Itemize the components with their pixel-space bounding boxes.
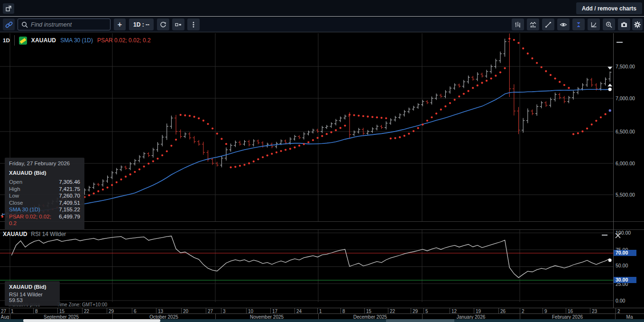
pattern-tool-button[interactable] — [572, 19, 585, 30]
rsi-axis-label: 50.00 — [616, 263, 628, 268]
add-instrument-button[interactable]: + — [114, 19, 126, 30]
search-icon — [21, 21, 28, 28]
high-marker — [607, 66, 612, 69]
price-chart[interactable] — [0, 33, 613, 221]
psar-tooltip-value: 6,499.79 — [59, 213, 80, 227]
timeframe-button[interactable]: 1D : -- — [129, 19, 154, 30]
refresh-icon — [159, 21, 167, 28]
instrument-search[interactable] — [18, 19, 110, 30]
pane-timeframe-label: 1D — [3, 38, 10, 43]
refresh-button[interactable] — [157, 19, 169, 30]
rsi-line — [11, 236, 610, 278]
high-value: 7,421.75 — [59, 186, 80, 193]
indicators-button[interactable] — [527, 19, 539, 30]
more-options-button[interactable] — [187, 19, 200, 30]
rsi-indicator-label[interactable]: RSI 14 Wilder — [31, 231, 66, 237]
date-tick-label: 23 — [592, 309, 597, 314]
trendline-tool-button[interactable] — [542, 19, 554, 30]
chart-header: 1D XAUAUD SMA 30 (1D) PSAR 0.02; 0.02; 0… — [3, 36, 151, 45]
open-value: 7,305.46 — [59, 179, 80, 186]
date-tick-label: 29 — [413, 309, 418, 314]
rsi-tooltip-value: RSI 14 Wilder 59.53 — [9, 292, 55, 303]
date-tick-label: 8 — [342, 309, 345, 314]
popout-button[interactable] — [3, 3, 14, 14]
rsi-pane-top-border — [0, 229, 644, 230]
sma-line — [2, 89, 610, 215]
date-tick-label: 26 — [500, 309, 506, 314]
date-tick-label: 13 — [158, 309, 163, 314]
pane-divider[interactable] — [0, 221, 644, 222]
rsi-level-badge: 70.00 — [614, 250, 636, 256]
trendline-icon — [544, 21, 552, 28]
rsi-tooltip-title: XAUAUD (Bid) — [9, 284, 55, 290]
date-tick-label: 2 — [617, 309, 620, 314]
ohlc-tooltip: Friday, 27 February 2026 XAUAUD (Bid) Op… — [5, 158, 84, 230]
gold-instrument-icon — [19, 37, 27, 45]
date-tick-label: 8 — [35, 309, 38, 314]
chart-type-icon — [514, 21, 522, 28]
date-tick-label: 2 — [522, 309, 524, 314]
timezone-label: Time Zone: GMT+10:00 — [57, 302, 107, 307]
date-tick-label: 27 — [1, 309, 6, 314]
date-tick-row: 2718152229613202731017241815222951219262… — [0, 308, 644, 314]
kebab-icon — [190, 21, 197, 28]
rsi-header: XAUAUD RSI 14 Wilder — [3, 231, 66, 237]
date-tick-label: 19 — [476, 309, 481, 314]
psar-tooltip-label: PSAR 0.02; 0.02; 0.2 — [9, 213, 59, 227]
rsi-chart[interactable] — [0, 229, 613, 302]
date-tick-label: 27 — [208, 309, 213, 314]
link-charts-button[interactable] — [3, 19, 15, 30]
instrument-label[interactable]: XAUAUD — [31, 37, 56, 44]
date-axis[interactable]: 2718152229613202731017241815222951219262… — [0, 308, 644, 319]
chart-footer: Indicative price Time Zone: GMT+10:00 — [0, 301, 644, 308]
rsi-axis-label: 100.00 — [616, 230, 631, 236]
rsi-level-badge: 30.00 — [614, 277, 636, 283]
rsi-symbol-label: XAUAUD — [3, 231, 27, 237]
main-pane-minimize-icon[interactable] — [616, 42, 623, 43]
tooltip-date: Friday, 27 February 2026 — [9, 161, 80, 166]
display-mode-button[interactable] — [172, 19, 184, 30]
price-axis-label: 5,500.00 — [616, 192, 635, 198]
search-input[interactable] — [31, 21, 102, 28]
date-tick-label: 16 — [568, 309, 573, 314]
high-label: High — [9, 186, 20, 193]
date-tick-label: 22 — [390, 309, 395, 314]
date-tick-label: 9 — [544, 309, 547, 314]
scrollbar-thumb[interactable] — [23, 319, 160, 322]
date-tick-label: 5 — [425, 309, 428, 314]
zoom-in-button[interactable] — [603, 19, 615, 30]
down-bars — [10, 34, 598, 215]
rsi-minimize-icon[interactable] — [602, 235, 607, 236]
link-icon — [5, 20, 13, 29]
date-tick-label: 17 — [272, 309, 277, 314]
scrollbar-range-marker — [386, 319, 454, 322]
trading-app: Add / remove charts + 1D : -- — [0, 0, 644, 322]
scale-button[interactable] — [588, 19, 600, 30]
close-value: 7,409.51 — [59, 199, 80, 207]
chart-toolbar: + 1D : -- — [0, 17, 644, 32]
date-tick-label: 15 — [366, 309, 371, 314]
price-axis-label: 6,000.00 — [616, 161, 635, 166]
add-remove-charts-button[interactable]: Add / remove charts — [576, 2, 642, 14]
sma-indicator-label[interactable]: SMA 30 (1D) — [60, 37, 93, 44]
display-mode-icon — [175, 21, 182, 28]
sma-tooltip-value: 7,155.22 — [59, 206, 80, 213]
price-axis-label: 7,000.00 — [616, 95, 635, 101]
psar-indicator-label[interactable]: PSAR 0.02; 0.02; 0.2 — [97, 37, 151, 44]
date-tick-label: 1 — [11, 309, 14, 314]
chart-type-button[interactable] — [512, 19, 524, 30]
date-tick-label: 29 — [109, 309, 114, 314]
tooltip-title: XAUAUD (Bid) — [9, 170, 80, 176]
date-tick-label: 10 — [248, 309, 253, 314]
eye-icon — [560, 21, 567, 28]
close-label: Close — [9, 199, 23, 207]
header-divider — [14, 35, 15, 46]
settings-button[interactable] — [632, 19, 643, 30]
date-tick-label: 12 — [451, 309, 457, 314]
visibility-button[interactable] — [557, 19, 570, 30]
screenshot-button[interactable] — [618, 19, 630, 30]
horizontal-scrollbar[interactable] — [0, 319, 644, 322]
open-label: Open — [9, 179, 22, 186]
date-tick-label: 1 — [319, 309, 322, 314]
zoom-in-icon — [605, 21, 613, 28]
